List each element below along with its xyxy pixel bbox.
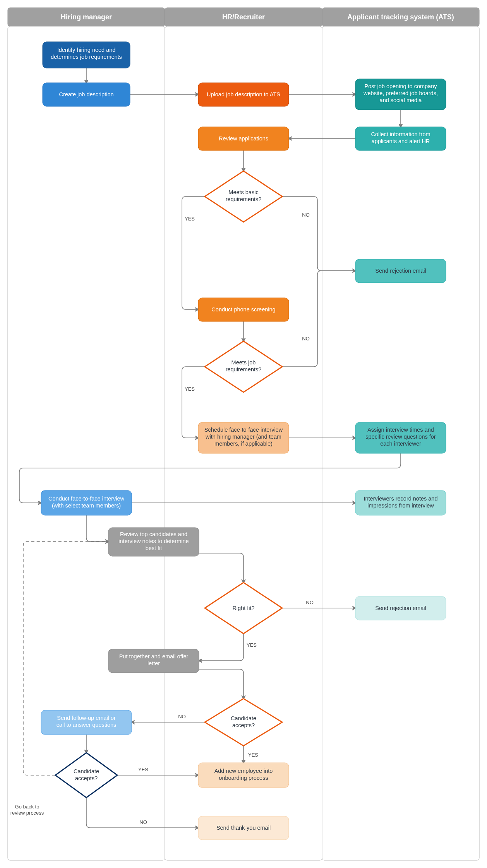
edge-label-no: NO [302, 336, 310, 342]
svg-text:requirements?: requirements? [226, 366, 262, 372]
svg-text:Right fit?: Right fit? [232, 605, 254, 611]
svg-text:Send follow-up email or: Send follow-up email or [57, 715, 116, 721]
svg-text:Send rejection email: Send rejection email [375, 268, 426, 274]
svg-text:Put together and email offer: Put together and email offer [119, 653, 189, 660]
node-send-thank-you-email: Send thank-you email [198, 816, 289, 840]
svg-text:letter: letter [147, 660, 160, 666]
node-identify-hiring-need: Identify hiring need and determines job … [43, 42, 130, 68]
node-upload-job-description: Upload job description to ATS [198, 83, 289, 106]
node-review-top-candidates: Review top candidates and interview note… [108, 528, 199, 556]
svg-text:(with select team members): (with select team members) [52, 502, 121, 509]
lane-header-label: Hiring manager [61, 13, 112, 21]
svg-text:Upload job description to ATS: Upload job description to ATS [207, 91, 280, 97]
node-schedule-interview: Schedule face-to-face interview with hir… [198, 422, 289, 453]
svg-text:Assign interview times and: Assign interview times and [367, 427, 434, 433]
node-send-follow-up-email: Send follow-up email or call to answer q… [41, 710, 132, 735]
edge-label-yes: YES [247, 642, 257, 648]
svg-text:Interviewers record notes and: Interviewers record notes and [364, 496, 437, 502]
svg-text:Schedule face-to-face intervie: Schedule face-to-face interview [204, 427, 283, 433]
svg-text:determines job requirements: determines job requirements [51, 54, 122, 60]
svg-text:and social media: and social media [380, 97, 422, 103]
svg-text:requirements?: requirements? [226, 196, 262, 202]
lane-header-label: Applicant tracking system (ATS) [347, 13, 454, 21]
svg-text:applicants and alert HR: applicants and alert HR [372, 138, 430, 144]
lane-header-hiring-manager: Hiring manager [8, 8, 165, 26]
edge-label-yes: YES [248, 752, 258, 758]
svg-text:Add new employee into: Add new employee into [214, 768, 273, 774]
svg-text:Meets job: Meets job [231, 359, 256, 366]
svg-text:call to answer questions: call to answer questions [57, 722, 117, 728]
edge-label-yes: YES [138, 767, 148, 772]
svg-text:accepts?: accepts? [232, 722, 255, 728]
svg-text:accepts?: accepts? [75, 775, 98, 781]
edge-label-yes: YES [185, 386, 195, 392]
svg-text:Conduct face-to-face interview: Conduct face-to-face interview [48, 496, 124, 502]
svg-text:Review top candidates and: Review top candidates and [120, 531, 187, 537]
node-send-rejection-email-1: Send rejection email [355, 259, 446, 283]
svg-text:Create job description: Create job description [59, 91, 113, 97]
node-send-rejection-email-2: Send rejection email [355, 596, 446, 620]
edge-label-no: NO [302, 212, 310, 218]
lane-header-ats: Applicant tracking system (ATS) [322, 8, 479, 26]
svg-text:Collect information from: Collect information from [371, 131, 430, 137]
svg-text:website, preferred job boards,: website, preferred job boards, [363, 90, 438, 96]
svg-text:Candidate: Candidate [74, 768, 99, 774]
node-collect-information: Collect information from applicants and … [355, 127, 446, 150]
edge-label-no: NO [139, 819, 147, 825]
svg-text:interview notes to determine: interview notes to determine [118, 538, 189, 544]
svg-text:best fit: best fit [146, 545, 162, 551]
node-review-applications: Review applications [198, 127, 289, 150]
svg-text:members, if applicable): members, if applicable) [214, 441, 273, 447]
flowchart-diagram: Hiring manager HR/Recruiter Applicant tr… [0, 0, 487, 868]
node-put-together-offer-letter: Put together and email offer letter [108, 649, 199, 673]
svg-text:Candidate: Candidate [231, 715, 256, 721]
svg-text:onboarding process: onboarding process [219, 775, 268, 781]
node-assign-interview-times: Assign interview times and specific revi… [355, 422, 446, 453]
svg-text:Conduct phone screening: Conduct phone screening [211, 306, 275, 313]
node-add-new-employee-onboarding: Add new employee into onboarding process [198, 763, 289, 788]
edge-label-goback-2: review process [10, 810, 44, 816]
lane-header-label: HR/Recruiter [222, 13, 265, 21]
node-conduct-phone-screening: Conduct phone screening [198, 298, 289, 321]
svg-text:Review applications: Review applications [219, 135, 268, 142]
svg-text:Meets basic: Meets basic [228, 189, 258, 195]
svg-text:impressions from interview: impressions from interview [367, 502, 434, 509]
node-post-job-opening: Post job opening to company website, pre… [355, 79, 446, 110]
svg-text:Identify hiring need and: Identify hiring need and [57, 47, 116, 53]
svg-text:Send rejection email: Send rejection email [375, 605, 426, 611]
svg-text:each interviewer: each interviewer [380, 441, 421, 447]
svg-text:specific review questions for: specific review questions for [365, 434, 436, 440]
edge-label-goback-1: Go back to [15, 804, 39, 810]
lane-header-hr-recruiter: HR/Recruiter [165, 8, 322, 26]
edge-label-no: NO [178, 714, 186, 719]
node-create-job-description: Create job description [43, 83, 130, 106]
node-interviewers-record-notes: Interviewers record notes and impression… [355, 490, 446, 515]
svg-text:Post job opening to company: Post job opening to company [364, 83, 437, 89]
svg-text:Send thank-you email: Send thank-you email [216, 825, 271, 831]
edge-label-yes: YES [185, 216, 195, 222]
node-conduct-face-to-face-interview: Conduct face-to-face interview (with sel… [41, 490, 132, 515]
edge-label-no: NO [306, 600, 314, 605]
svg-text:with hiring manager (and team: with hiring manager (and team [205, 434, 281, 440]
